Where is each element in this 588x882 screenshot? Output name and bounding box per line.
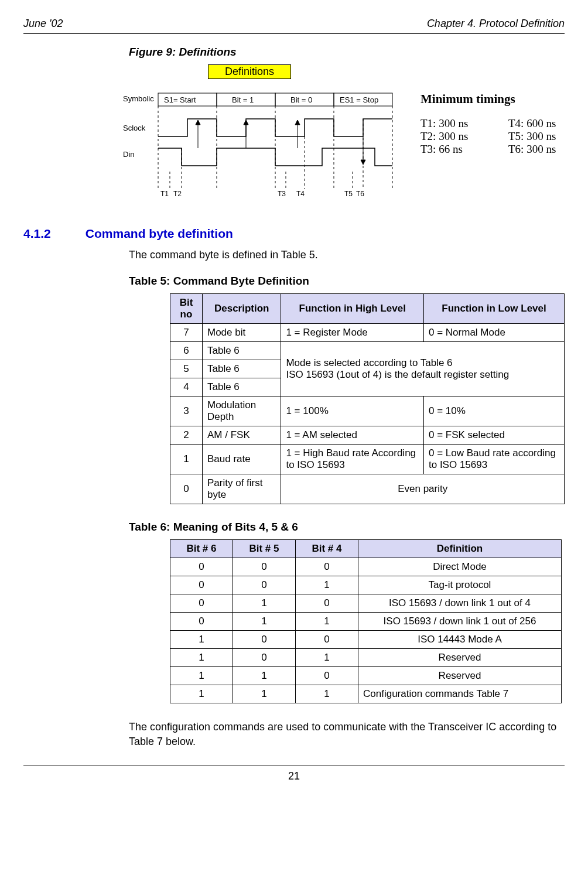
- section-intro: The command byte is defined in Table 5.: [129, 248, 565, 262]
- minimum-timings: Minimum timings T1: 300 ns T4: 600 ns T2…: [421, 90, 556, 156]
- table-5: Bit no Description Function in High Leve…: [170, 293, 565, 504]
- figure-9: Definitions Symbolic S1= Start Bit = 1 B…: [123, 64, 565, 209]
- table-row: 1 Baud rate 1 = High Baud rate According…: [170, 445, 565, 474]
- label-t1: T1: [160, 190, 169, 198]
- label-symbolic: Symbolic: [123, 94, 154, 103]
- header-date: June '02: [23, 18, 63, 30]
- th-low: Function in Low Level: [424, 294, 565, 324]
- section-number: 4.1.2: [23, 227, 82, 241]
- closing-text: The configuration commands are used to c…: [129, 720, 565, 748]
- table-header-row: Bit # 6 Bit # 5 Bit # 4 Definition: [170, 540, 562, 558]
- table-row: 111Configuration commands Table 7: [170, 685, 562, 703]
- label-t5: T5: [344, 190, 353, 198]
- table-row: 3 Modulation Depth 1 = 100% 0 = 10%: [170, 396, 565, 426]
- table-row: 6 Table 6 Mode is selected according to …: [170, 342, 565, 360]
- table6-caption: Table 6: Meaning of Bits 4, 5 & 6: [129, 521, 565, 534]
- th-desc: Description: [203, 294, 281, 324]
- table-row: 000Direct Mode: [170, 558, 562, 576]
- header-chapter: Chapter 4. Protocol Definition: [427, 18, 565, 30]
- label-bit1: Bit = 1: [232, 95, 254, 104]
- table-row: 011ISO 15693 / down link 1 out of 256: [170, 613, 562, 631]
- label-din: Din: [123, 150, 135, 159]
- definitions-box: Definitions: [208, 64, 291, 79]
- label-s1-start: S1= Start: [164, 95, 196, 104]
- label-t3: T3: [278, 190, 286, 198]
- label-t2: T2: [173, 190, 182, 198]
- label-t4: T4: [296, 190, 305, 198]
- table5-caption: Table 5: Command Byte Definition: [129, 275, 565, 288]
- figure-caption: Figure 9: Definitions: [129, 46, 565, 59]
- table-row: 110Reserved: [170, 667, 562, 685]
- timing-t3: T3: 66 ns: [421, 143, 508, 156]
- page: June '02 Chapter 4. Protocol Definition …: [0, 0, 588, 882]
- header-rule: [23, 33, 565, 34]
- svg-marker-9: [295, 120, 300, 125]
- page-number: 21: [23, 770, 565, 782]
- timing-diagram: Symbolic S1= Start Bit = 1 Bit = 0 ES1 =…: [123, 90, 404, 207]
- timing-t1: T1: 300 ns: [421, 117, 508, 130]
- table-row: 101Reserved: [170, 649, 562, 667]
- label-bit0: Bit = 0: [290, 95, 312, 104]
- table-header-row: Bit no Description Function in High Leve…: [170, 294, 565, 324]
- mode-note-cell: Mode is selected according to Table 6 IS…: [281, 342, 565, 396]
- th-bitno: Bit no: [170, 294, 203, 324]
- label-es1-stop: ES1 = Stop: [340, 95, 378, 104]
- table-row: 7 Mode bit 1 = Register Mode 0 = Normal …: [170, 324, 565, 342]
- footer-rule: [23, 765, 565, 765]
- page-header: June '02 Chapter 4. Protocol Definition: [23, 18, 565, 30]
- timing-t2: T2: 300 ns: [421, 130, 508, 143]
- table-row: 001Tag-it protocol: [170, 576, 562, 594]
- th-high: Function in High Level: [281, 294, 424, 324]
- timing-t4: T4: 600 ns: [508, 117, 556, 130]
- section-title: Command byte definition: [86, 227, 233, 240]
- svg-marker-5: [196, 120, 200, 125]
- table-row: 100ISO 14443 Mode A: [170, 631, 562, 649]
- label-sclock: Sclock: [123, 124, 146, 132]
- timing-t6: T6: 300 ns: [508, 143, 556, 156]
- table-row: 0 Parity of first byte Even parity: [170, 474, 565, 504]
- table-6: Bit # 6 Bit # 5 Bit # 4 Definition 000Di…: [170, 539, 562, 703]
- svg-marker-7: [244, 120, 248, 125]
- timings-title: Minimum timings: [421, 92, 556, 107]
- table-row: 2 AM / FSK 1 = AM selected 0 = FSK selec…: [170, 426, 565, 445]
- section-heading: 4.1.2 Command byte definition: [23, 227, 565, 241]
- label-t6: T6: [356, 190, 364, 198]
- table-row: 010ISO 15693 / down link 1 out of 4: [170, 594, 562, 613]
- timing-t5: T5: 300 ns: [508, 130, 556, 143]
